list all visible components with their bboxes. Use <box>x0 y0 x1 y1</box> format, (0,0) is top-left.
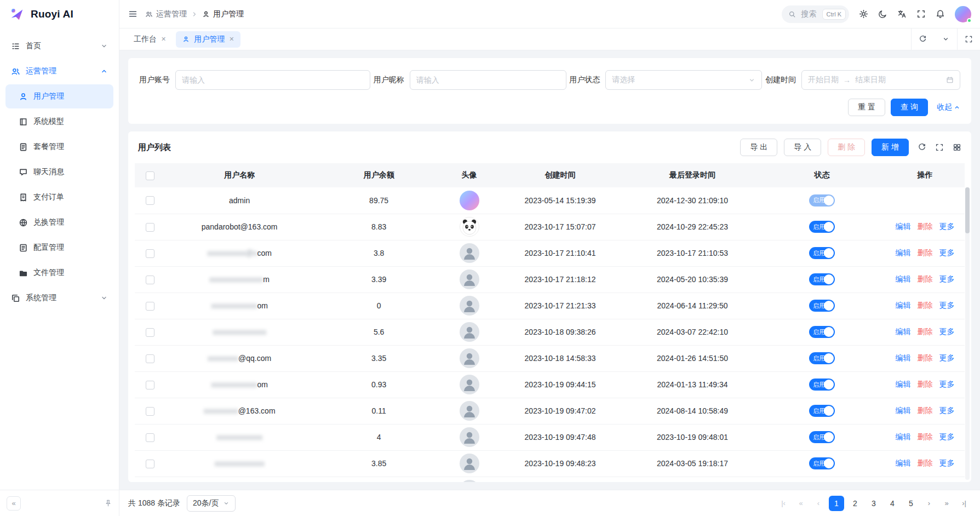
last-page-button[interactable]: ›| <box>957 496 971 511</box>
sidebar-collapse-button[interactable]: « <box>7 496 21 511</box>
row-checkbox[interactable] <box>146 223 154 232</box>
sidebar-item-payment-orders[interactable]: 支付订单 <box>5 185 113 209</box>
more-link[interactable]: 更多 <box>939 327 955 337</box>
status-toggle[interactable]: 启用 <box>809 221 835 233</box>
delete-link[interactable]: 删除 <box>918 432 933 442</box>
global-search[interactable]: 搜索 Ctrl K <box>782 5 850 23</box>
sidebar-item-exchange-management[interactable]: 兑换管理 <box>5 210 113 234</box>
nickname-input[interactable] <box>416 76 560 84</box>
edit-link[interactable]: 编辑 <box>896 406 911 416</box>
page-number-button[interactable]: 1 <box>829 496 844 511</box>
page-number-button[interactable]: 3 <box>866 496 881 511</box>
export-button[interactable]: 导 出 <box>740 139 777 156</box>
fast-next-button[interactable]: » <box>939 496 954 511</box>
status-toggle[interactable]: 启用 <box>809 273 835 285</box>
fullscreen-icon[interactable] <box>916 9 926 19</box>
sidebar-item-config-management[interactable]: 配置管理 <box>5 236 113 260</box>
row-checkbox[interactable] <box>146 196 154 205</box>
row-checkbox[interactable] <box>146 381 154 389</box>
more-link[interactable]: 更多 <box>939 274 955 284</box>
delete-link[interactable]: 删除 <box>918 406 933 416</box>
sidebar-item-system-management[interactable]: 系统管理 <box>5 286 113 310</box>
first-page-button[interactable]: |‹ <box>776 496 790 511</box>
sidebar-item-chat-messages[interactable]: 聊天消息 <box>5 160 113 184</box>
settings-gear-icon[interactable] <box>859 9 868 19</box>
delete-link[interactable]: 删除 <box>918 274 933 284</box>
more-link[interactable]: 更多 <box>939 248 955 258</box>
status-toggle[interactable]: 启用 <box>809 194 835 207</box>
more-link[interactable]: 更多 <box>939 458 955 468</box>
date-range-picker[interactable]: 开始日期 → 结束日期 <box>801 70 960 90</box>
account-input[interactable] <box>182 76 364 84</box>
delete-link[interactable]: 删除 <box>918 301 933 311</box>
app-logo[interactable]: Ruoyi AI <box>0 0 119 28</box>
delete-link[interactable]: 删除 <box>918 353 933 363</box>
sidebar-item-home[interactable]: 首页 <box>5 34 113 58</box>
pin-icon[interactable] <box>104 499 112 507</box>
more-link[interactable]: 更多 <box>939 301 955 311</box>
row-checkbox[interactable] <box>146 407 154 416</box>
row-checkbox[interactable] <box>146 460 154 468</box>
tab-workbench[interactable]: 工作台 ✕ <box>127 31 173 48</box>
breadcrumb-user-management[interactable]: 用户管理 <box>202 9 244 19</box>
search-button[interactable]: 查 询 <box>891 99 928 116</box>
import-button[interactable]: 导 入 <box>784 139 821 156</box>
reset-button[interactable]: 重 置 <box>848 99 885 116</box>
status-toggle[interactable]: 启用 <box>809 326 835 338</box>
close-icon[interactable]: ✕ <box>229 36 234 43</box>
row-checkbox[interactable] <box>146 276 154 284</box>
edit-link[interactable]: 编辑 <box>896 380 911 389</box>
edit-link[interactable]: 编辑 <box>896 458 911 468</box>
edit-link[interactable]: 编辑 <box>896 301 911 311</box>
maximize-content-icon[interactable] <box>957 28 980 50</box>
refresh-icon[interactable] <box>911 28 934 50</box>
status-toggle[interactable]: 启用 <box>809 405 835 417</box>
breadcrumb-operations[interactable]: 运营管理 <box>145 9 187 19</box>
edit-link[interactable]: 编辑 <box>896 432 911 442</box>
add-button[interactable]: 新 增 <box>872 139 909 156</box>
edit-link[interactable]: 编辑 <box>896 353 911 363</box>
sidebar-item-package-management[interactable]: 套餐管理 <box>5 135 113 159</box>
page-number-button[interactable]: 4 <box>885 496 900 511</box>
sidebar-item-system-model[interactable]: 系统模型 <box>5 110 113 134</box>
delete-link[interactable]: 删除 <box>918 222 933 232</box>
select-all-checkbox[interactable] <box>146 171 154 180</box>
delete-link[interactable]: 删除 <box>918 327 933 337</box>
more-link[interactable]: 更多 <box>939 406 955 416</box>
row-checkbox[interactable] <box>146 249 154 258</box>
status-toggle[interactable]: 启用 <box>809 431 835 443</box>
page-size-select[interactable]: 20条/页 <box>187 495 236 512</box>
status-toggle[interactable]: 启用 <box>809 300 835 312</box>
prev-page-button[interactable]: ‹ <box>811 496 826 511</box>
edit-link[interactable]: 编辑 <box>896 327 911 337</box>
edit-link[interactable]: 编辑 <box>896 274 911 284</box>
close-icon[interactable]: ✕ <box>161 36 166 43</box>
sidebar-item-user-management[interactable]: 用户管理 <box>5 84 113 108</box>
row-checkbox[interactable] <box>146 354 154 363</box>
sidebar-item-operations[interactable]: 运营管理 <box>5 59 113 83</box>
page-number-button[interactable]: 5 <box>903 496 919 511</box>
collapse-filters-link[interactable]: 收起 <box>937 102 960 112</box>
notification-bell-icon[interactable] <box>936 9 945 19</box>
hamburger-menu-icon[interactable] <box>128 9 137 19</box>
fast-prev-button[interactable]: « <box>794 496 808 511</box>
chevron-down-icon[interactable] <box>934 28 957 50</box>
more-link[interactable]: 更多 <box>939 380 955 389</box>
status-toggle[interactable]: 启用 <box>809 352 835 364</box>
tab-user-management[interactable]: 用户管理 ✕ <box>176 31 240 48</box>
language-translate-icon[interactable] <box>897 9 907 19</box>
delete-link[interactable]: 删除 <box>918 458 933 468</box>
more-link[interactable]: 更多 <box>939 353 955 363</box>
delete-link[interactable]: 删除 <box>918 380 933 389</box>
row-checkbox[interactable] <box>146 302 154 311</box>
edit-link[interactable]: 编辑 <box>896 222 911 232</box>
next-page-button[interactable]: › <box>922 496 936 511</box>
status-toggle[interactable]: 启用 <box>809 379 835 391</box>
row-checkbox[interactable] <box>146 328 154 337</box>
more-link[interactable]: 更多 <box>939 222 955 232</box>
more-link[interactable]: 更多 <box>939 432 955 442</box>
delete-button[interactable]: 删 除 <box>828 139 865 156</box>
dark-mode-moon-icon[interactable] <box>878 9 887 19</box>
status-select[interactable]: 请选择 <box>605 70 762 90</box>
fullscreen-table-icon[interactable] <box>935 143 944 152</box>
